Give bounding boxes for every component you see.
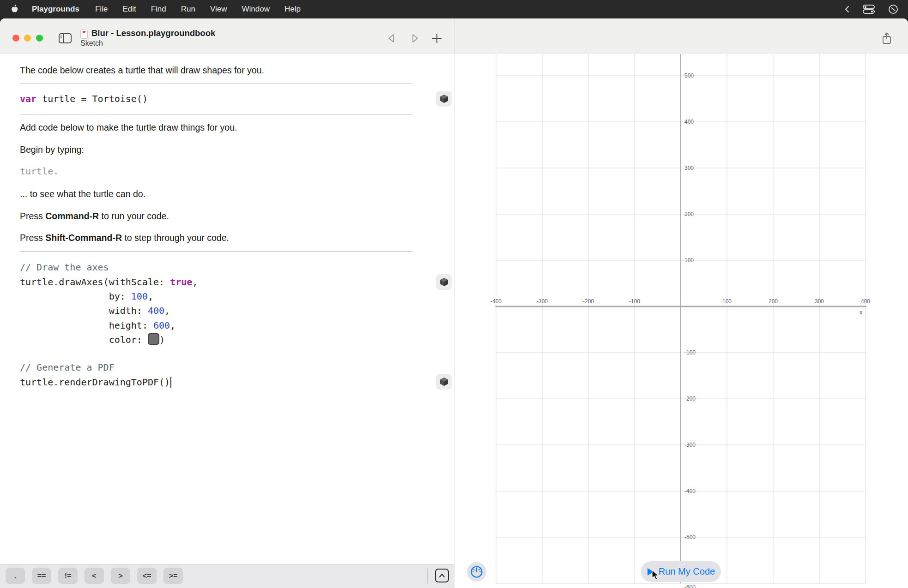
lesson-editor-pane[interactable]: The code below creates a turtle that wil… xyxy=(0,54,454,588)
zoom-button[interactable] xyxy=(36,35,43,42)
operator-key-<=[interactable]: <= xyxy=(137,568,157,584)
menu-item-window[interactable]: Window xyxy=(234,5,277,13)
y-axis-tick-label: 400 xyxy=(684,119,694,125)
lesson-paragraph: Press Command-R to run your code. xyxy=(20,209,169,223)
code-token: 100 xyxy=(131,291,148,302)
code-token: var xyxy=(20,93,36,104)
minimize-button[interactable] xyxy=(24,35,31,42)
paragraph-text: Press xyxy=(20,233,45,243)
y-axis-tick-label: 100 xyxy=(684,257,694,264)
code-token: // Generate a PDF xyxy=(20,362,115,373)
code-line[interactable]: var turtle = Tortoise() xyxy=(20,92,148,106)
result-cube-button[interactable] xyxy=(436,91,452,107)
operator-key->=[interactable]: >= xyxy=(163,568,183,584)
paragraph-text: Begin by typing: xyxy=(20,144,84,155)
live-view-canvas: -400-300-200-100100200300400500400300200… xyxy=(454,54,908,588)
step-back-button[interactable] xyxy=(385,31,399,45)
sidebar-toggle-button[interactable] xyxy=(58,31,72,45)
x-axis-name-label: x xyxy=(860,309,862,316)
control-center-icon[interactable] xyxy=(862,4,876,14)
y-axis-tick-label: -400 xyxy=(684,488,696,494)
window-subtitle: Sketch xyxy=(80,39,103,48)
status-circle-icon[interactable] xyxy=(888,4,899,15)
code-line[interactable]: // Draw the axes xyxy=(20,260,109,274)
code-token: true xyxy=(170,276,192,288)
paragraph-text: turtle. xyxy=(20,166,59,177)
text-caret xyxy=(170,377,171,388)
code-token: turtle.drawAxes(withScale: xyxy=(20,276,170,288)
operator-key-==[interactable]: == xyxy=(32,568,51,584)
lesson-paragraph: Add code below to make the turtle draw t… xyxy=(20,120,237,134)
run-step-button[interactable] xyxy=(408,31,422,45)
x-axis-tick-label: -100 xyxy=(629,298,640,305)
code-line[interactable]: height: 600, xyxy=(20,318,176,332)
code-token: by: xyxy=(20,291,131,302)
y-axis-tick-label: 300 xyxy=(684,165,694,171)
dismiss-keyboard-button[interactable] xyxy=(435,569,449,582)
code-token: // Draw the axes xyxy=(20,262,109,273)
x-axis-tick-label: 300 xyxy=(815,298,824,305)
lesson-paragraph: Begin by typing: xyxy=(20,143,84,156)
code-token: turtle.renderDrawingToPDF() xyxy=(20,377,170,388)
window-title: Blur - Lesson.playgroundbook xyxy=(91,28,215,38)
cube-icon xyxy=(440,377,448,386)
operator-key-<[interactable]: < xyxy=(85,568,104,584)
code-line[interactable]: color: ) xyxy=(20,333,165,347)
paragraph-text: to step through your code. xyxy=(122,233,229,243)
menu-item-file[interactable]: File xyxy=(88,5,115,13)
y-axis-tick-label: -500 xyxy=(684,534,696,540)
chevron-left-icon[interactable] xyxy=(844,5,850,13)
menu-item-edit[interactable]: Edit xyxy=(115,5,143,13)
color-literal-swatch[interactable] xyxy=(148,333,159,345)
result-cube-button[interactable] xyxy=(436,374,452,390)
y-axis-tick-label: -600 xyxy=(684,584,696,588)
code-token: turtle = Tortoise() xyxy=(36,93,148,104)
menu-item-find[interactable]: Find xyxy=(144,5,174,13)
cube-icon xyxy=(440,277,448,287)
y-axis-tick-label: 200 xyxy=(684,211,694,217)
result-cube-button[interactable] xyxy=(436,274,452,290)
code-token: 400 xyxy=(148,305,164,316)
apple-logo-icon[interactable] xyxy=(10,4,19,14)
x-axis-tick-label: -400 xyxy=(490,298,502,305)
menubar-app-name[interactable]: Playgrounds xyxy=(24,5,88,14)
code-line[interactable]: by: 100, xyxy=(20,289,153,303)
close-button[interactable] xyxy=(12,35,19,42)
code-line[interactable]: turtle.renderDrawingToPDF() xyxy=(20,375,171,389)
menu-item-help[interactable]: Help xyxy=(277,5,308,13)
y-axis-tick-label: 500 xyxy=(684,72,694,79)
paragraph-text: Add code below to make the turtle draw t… xyxy=(20,122,237,132)
code-token: height: xyxy=(20,320,153,331)
paragraph-text: ... to see what the turtle can do. xyxy=(20,189,145,199)
share-button[interactable] xyxy=(880,31,894,45)
code-token: width: xyxy=(20,305,148,316)
mouse-cursor xyxy=(651,570,662,583)
x-axis-tick-label: -200 xyxy=(583,298,594,305)
code-cell-divider xyxy=(20,114,412,114)
menu-item-run[interactable]: Run xyxy=(174,5,203,13)
keyboard-shortcut-text: Shift-Command-R xyxy=(45,233,122,243)
run-button-label: Run My Code xyxy=(659,566,715,577)
operator-key-.[interactable]: . xyxy=(6,568,25,584)
lesson-paragraph: Press Shift-Command-R to step through yo… xyxy=(20,231,229,245)
code-line[interactable]: turtle.drawAxes(withScale: true, xyxy=(20,275,198,289)
keyboard-shortcut-text: Command-R xyxy=(45,211,99,221)
lesson-paragraph: ... to see what the turtle can do. xyxy=(20,187,145,201)
plus-icon xyxy=(431,32,443,44)
menu-item-view[interactable]: View xyxy=(203,5,235,13)
code-cell-divider xyxy=(20,251,412,252)
operator-key->[interactable]: > xyxy=(111,568,130,584)
operator-key-!=[interactable]: != xyxy=(58,568,78,584)
run-speed-gauge-button[interactable] xyxy=(467,562,486,582)
y-axis-tick-label: -300 xyxy=(684,442,696,448)
x-axis-tick-label: 200 xyxy=(769,298,778,305)
share-icon xyxy=(881,32,892,45)
code-line[interactable]: // Generate a PDF xyxy=(20,360,115,374)
sidebar-icon xyxy=(58,33,72,44)
code-line[interactable]: width: 400, xyxy=(20,304,170,318)
x-axis-tick-label: 400 xyxy=(861,298,870,305)
code-token: 600 xyxy=(153,320,170,331)
add-button[interactable] xyxy=(430,31,444,45)
code-token: ) xyxy=(159,334,165,345)
paragraph-text: Press xyxy=(20,211,45,221)
